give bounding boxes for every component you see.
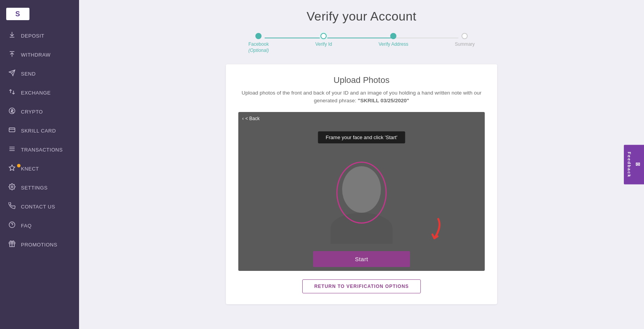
svg-point-10 [11,186,13,188]
upload-photos-card: Upload Photos Upload photos of the front… [226,64,497,304]
card-subtitle: Upload photos of the front and back of y… [238,89,485,105]
sidebar-item-withdraw-label: WITHDRAW [21,52,50,58]
sidebar-item-deposit-label: DEPOSIT [21,33,45,39]
sidebar-item-faq-label: FAQ [21,223,32,229]
step-verify-address-label: Verify Address [379,41,408,48]
step-verify-address: Verify Address [379,33,408,48]
sidebar-item-crypto-label: CRYPTO [21,109,43,115]
sidebar: S DEPOSIT WITHDRAW SEND EXCHANGE CRYPTO [0,0,79,329]
sidebar-item-deposit[interactable]: DEPOSIT [0,26,79,45]
camera-tooltip: Frame your face and click 'Start' [318,131,405,143]
exchange-icon [8,88,16,97]
step-verify-address-dot [390,33,396,39]
return-to-verification-button[interactable]: RETURN TO VERIFICATION OPTIONS [302,279,421,293]
sidebar-item-transactions-label: TRANSACTIONS [21,147,63,153]
back-chevron-icon: ‹ [242,116,244,121]
knect-badge [17,164,21,167]
skrill-card-icon [8,126,16,135]
sidebar-item-transactions[interactable]: TRANSACTIONS [0,140,79,159]
send-icon [8,69,16,78]
sidebar-item-skrill-card-label: SKRILL CARD [21,128,56,134]
sidebar-item-send[interactable]: SEND [0,64,79,83]
sidebar-item-withdraw[interactable]: WITHDRAW [0,45,79,64]
sidebar-item-skrill-card[interactable]: SKRILL CARD [0,121,79,140]
crypto-icon [8,107,16,116]
step-facebook-label: Facebook(Optional) [248,41,269,53]
face-area [323,158,400,255]
camera-box: ‹ < Back Frame your face and click 'Star… [238,112,485,271]
withdraw-icon [8,50,16,59]
svg-marker-9 [9,165,15,171]
step-verify-id-dot [320,33,327,39]
sidebar-item-contact-us[interactable]: CONTACT US [0,197,79,216]
page-title: Verify your Account [95,9,629,24]
sidebar-item-faq[interactable]: FAQ [0,216,79,235]
step-summary-label: Summary [455,41,475,48]
step-facebook-dot [255,33,262,39]
main-content: Verify your Account Facebook(Optional) V… [79,0,644,329]
arrow-indicator [411,215,446,248]
step-summary-dot [461,33,468,39]
face-oval [336,162,387,224]
sidebar-item-settings[interactable]: SETTINGS [0,178,79,197]
generated-phrase: "SKRILL 03/25/2020" [358,98,409,103]
return-button-wrapper: RETURN TO VERIFICATION OPTIONS [238,279,485,293]
feedback-mail-icon: ✉ [635,161,641,168]
sidebar-logo: S [6,8,29,20]
step-facebook: Facebook(Optional) [248,33,269,53]
svg-rect-4 [9,128,15,132]
faq-icon [8,221,16,230]
sidebar-item-settings-label: SETTINGS [21,185,48,191]
sidebar-item-send-label: SEND [21,71,36,77]
sidebar-item-exchange[interactable]: EXCHANGE [0,83,79,102]
sidebar-item-promotions-label: PROMOTIONS [21,242,57,248]
sidebar-item-contact-us-label: CONTACT US [21,204,55,210]
deposit-icon [8,31,16,40]
step-verify-id: Verify Id [315,33,332,48]
step-summary: Summary [455,33,475,48]
settings-icon [8,183,16,192]
card-title: Upload Photos [238,75,485,85]
knect-icon [8,164,16,173]
contact-icon [8,202,16,211]
sidebar-item-crypto[interactable]: CRYPTO [0,102,79,121]
start-button[interactable]: Start [313,251,410,267]
step-verify-id-label: Verify Id [315,41,332,48]
promotions-icon [8,240,16,249]
sidebar-item-exchange-label: EXCHANGE [21,90,51,96]
feedback-label: Feedback [627,152,632,177]
sidebar-item-promotions[interactable]: PROMOTIONS [0,235,79,254]
feedback-tab[interactable]: ✉ Feedback [624,145,644,184]
stepper: Facebook(Optional) Verify Id Verify Addr… [95,33,629,53]
camera-back-button[interactable]: ‹ < Back [242,116,260,121]
sidebar-item-knect[interactable]: KNECT [0,159,79,178]
sidebar-item-knect-label: KNECT [21,166,39,172]
transactions-icon [8,145,16,154]
